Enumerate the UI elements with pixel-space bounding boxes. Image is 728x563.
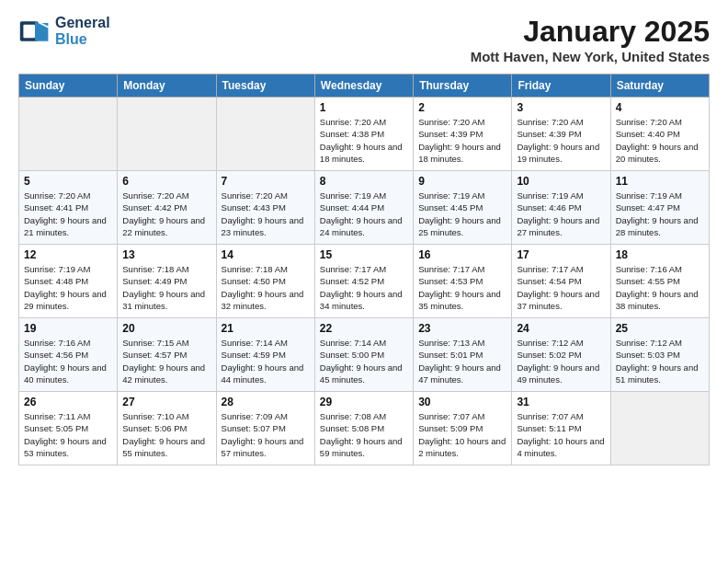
day-info: Sunrise: 7:16 AMSunset: 4:55 PMDaylight:…: [616, 263, 704, 312]
calendar-cell: 14Sunrise: 7:18 AMSunset: 4:50 PMDayligh…: [216, 245, 314, 318]
month-title: January 2025: [471, 15, 710, 49]
calendar-cell: 23Sunrise: 7:13 AMSunset: 5:01 PMDayligh…: [414, 318, 512, 392]
calendar-cell: 20Sunrise: 7:15 AMSunset: 4:57 PMDayligh…: [118, 318, 216, 392]
calendar-table: SundayMondayTuesdayWednesdayThursdayFrid…: [18, 74, 710, 465]
day-header-thursday: Thursday: [414, 75, 512, 98]
calendar-cell: 3Sunrise: 7:20 AMSunset: 4:39 PMDaylight…: [512, 98, 610, 171]
calendar-cell: 19Sunrise: 7:16 AMSunset: 4:56 PMDayligh…: [19, 318, 118, 392]
calendar-cell: 7Sunrise: 7:20 AMSunset: 4:43 PMDaylight…: [216, 171, 314, 245]
calendar-cell: 21Sunrise: 7:14 AMSunset: 4:59 PMDayligh…: [216, 318, 314, 392]
day-header-sunday: Sunday: [19, 75, 118, 98]
day-info: Sunrise: 7:19 AMSunset: 4:47 PMDaylight:…: [616, 190, 704, 238]
day-info: Sunrise: 7:07 AMSunset: 5:09 PMDaylight:…: [418, 410, 506, 459]
calendar-cell: 4Sunrise: 7:20 AMSunset: 4:40 PMDaylight…: [610, 98, 709, 171]
day-info: Sunrise: 7:11 AMSunset: 5:05 PMDaylight:…: [24, 410, 112, 459]
logo: General Blue: [18, 15, 110, 48]
day-info: Sunrise: 7:12 AMSunset: 5:03 PMDaylight:…: [616, 337, 704, 385]
week-row-2: 5Sunrise: 7:20 AMSunset: 4:41 PMDaylight…: [19, 171, 710, 245]
calendar-cell: 30Sunrise: 7:07 AMSunset: 5:09 PMDayligh…: [414, 392, 512, 465]
day-number: 26: [24, 396, 112, 408]
day-info: Sunrise: 7:13 AMSunset: 5:01 PMDaylight:…: [418, 337, 506, 385]
title-block: January 2025 Mott Haven, New York, Unite…: [471, 15, 710, 64]
week-row-4: 19Sunrise: 7:16 AMSunset: 4:56 PMDayligh…: [19, 318, 710, 392]
calendar-cell: 1Sunrise: 7:20 AMSunset: 4:38 PMDaylight…: [314, 98, 413, 171]
header: General Blue January 2025 Mott Haven, Ne…: [18, 15, 710, 64]
calendar-cell: [118, 98, 216, 171]
day-info: Sunrise: 7:12 AMSunset: 5:02 PMDaylight:…: [517, 337, 605, 385]
calendar-body: 1Sunrise: 7:20 AMSunset: 4:38 PMDaylight…: [19, 98, 710, 465]
day-number: 1: [320, 101, 408, 114]
week-row-1: 1Sunrise: 7:20 AMSunset: 4:38 PMDaylight…: [19, 98, 710, 171]
day-number: 7: [222, 175, 310, 188]
calendar-cell: [216, 98, 314, 171]
day-number: 16: [418, 248, 506, 261]
week-row-5: 26Sunrise: 7:11 AMSunset: 5:05 PMDayligh…: [19, 392, 710, 465]
day-header-tuesday: Tuesday: [216, 75, 314, 98]
day-number: 14: [222, 248, 310, 261]
day-info: Sunrise: 7:20 AMSunset: 4:43 PMDaylight:…: [222, 190, 310, 238]
day-number: 24: [517, 322, 605, 335]
day-number: 20: [122, 322, 210, 335]
calendar-cell: 25Sunrise: 7:12 AMSunset: 5:03 PMDayligh…: [610, 318, 709, 392]
day-number: 25: [616, 322, 704, 335]
day-info: Sunrise: 7:17 AMSunset: 4:54 PMDaylight:…: [517, 263, 605, 312]
day-info: Sunrise: 7:19 AMSunset: 4:45 PMDaylight:…: [418, 190, 506, 238]
day-number: 23: [418, 322, 506, 335]
day-info: Sunrise: 7:20 AMSunset: 4:41 PMDaylight:…: [24, 190, 112, 238]
logo-icon: [18, 15, 51, 48]
day-header-monday: Monday: [118, 75, 216, 98]
calendar-cell: 22Sunrise: 7:14 AMSunset: 5:00 PMDayligh…: [314, 318, 413, 392]
day-number: 9: [418, 175, 506, 188]
calendar-cell: 9Sunrise: 7:19 AMSunset: 4:45 PMDaylight…: [414, 171, 512, 245]
day-number: 12: [24, 248, 112, 261]
svg-rect-1: [23, 25, 35, 38]
day-info: Sunrise: 7:07 AMSunset: 5:11 PMDaylight:…: [517, 410, 605, 459]
calendar-cell: 31Sunrise: 7:07 AMSunset: 5:11 PMDayligh…: [512, 392, 610, 465]
calendar-cell: 13Sunrise: 7:18 AMSunset: 4:49 PMDayligh…: [118, 245, 216, 318]
calendar-cell: 2Sunrise: 7:20 AMSunset: 4:39 PMDaylight…: [414, 98, 512, 171]
day-info: Sunrise: 7:10 AMSunset: 5:06 PMDaylight:…: [122, 410, 210, 459]
day-info: Sunrise: 7:20 AMSunset: 4:39 PMDaylight:…: [418, 116, 506, 165]
day-info: Sunrise: 7:17 AMSunset: 4:53 PMDaylight:…: [418, 263, 506, 312]
day-number: 11: [616, 175, 704, 188]
calendar-header-row: SundayMondayTuesdayWednesdayThursdayFrid…: [19, 75, 710, 98]
day-number: 4: [616, 101, 704, 114]
day-info: Sunrise: 7:20 AMSunset: 4:39 PMDaylight:…: [517, 116, 605, 165]
day-header-friday: Friday: [512, 75, 610, 98]
logo-line1: General: [55, 15, 110, 31]
day-number: 6: [122, 175, 210, 188]
day-header-wednesday: Wednesday: [314, 75, 413, 98]
day-info: Sunrise: 7:20 AMSunset: 4:40 PMDaylight:…: [616, 116, 704, 165]
day-header-saturday: Saturday: [610, 75, 709, 98]
day-info: Sunrise: 7:16 AMSunset: 4:56 PMDaylight:…: [24, 337, 112, 385]
day-number: 19: [24, 322, 112, 335]
day-info: Sunrise: 7:19 AMSunset: 4:48 PMDaylight:…: [24, 263, 112, 312]
day-info: Sunrise: 7:18 AMSunset: 4:50 PMDaylight:…: [222, 263, 310, 312]
day-number: 15: [320, 248, 408, 261]
day-number: 8: [320, 175, 408, 188]
calendar-cell: 24Sunrise: 7:12 AMSunset: 5:02 PMDayligh…: [512, 318, 610, 392]
day-number: 31: [517, 396, 605, 408]
day-number: 2: [418, 101, 506, 114]
calendar-cell: 28Sunrise: 7:09 AMSunset: 5:07 PMDayligh…: [216, 392, 314, 465]
day-number: 17: [517, 248, 605, 261]
day-number: 22: [320, 322, 408, 335]
calendar-cell: 16Sunrise: 7:17 AMSunset: 4:53 PMDayligh…: [414, 245, 512, 318]
day-number: 10: [517, 175, 605, 188]
day-info: Sunrise: 7:19 AMSunset: 4:46 PMDaylight:…: [517, 190, 605, 238]
day-info: Sunrise: 7:08 AMSunset: 5:08 PMDaylight:…: [320, 410, 408, 459]
calendar-cell: 10Sunrise: 7:19 AMSunset: 4:46 PMDayligh…: [512, 171, 610, 245]
day-info: Sunrise: 7:14 AMSunset: 5:00 PMDaylight:…: [320, 337, 408, 385]
day-number: 28: [222, 396, 310, 408]
calendar-cell: 6Sunrise: 7:20 AMSunset: 4:42 PMDaylight…: [118, 171, 216, 245]
day-number: 5: [24, 175, 112, 188]
calendar-cell: [610, 392, 709, 465]
calendar-cell: 12Sunrise: 7:19 AMSunset: 4:48 PMDayligh…: [19, 245, 118, 318]
calendar-cell: 26Sunrise: 7:11 AMSunset: 5:05 PMDayligh…: [19, 392, 118, 465]
calendar-cell: [19, 98, 118, 171]
day-number: 21: [222, 322, 310, 335]
day-info: Sunrise: 7:20 AMSunset: 4:42 PMDaylight:…: [122, 190, 210, 238]
location-title: Mott Haven, New York, United States: [471, 49, 710, 64]
day-number: 29: [320, 396, 408, 408]
day-info: Sunrise: 7:15 AMSunset: 4:57 PMDaylight:…: [122, 337, 210, 385]
